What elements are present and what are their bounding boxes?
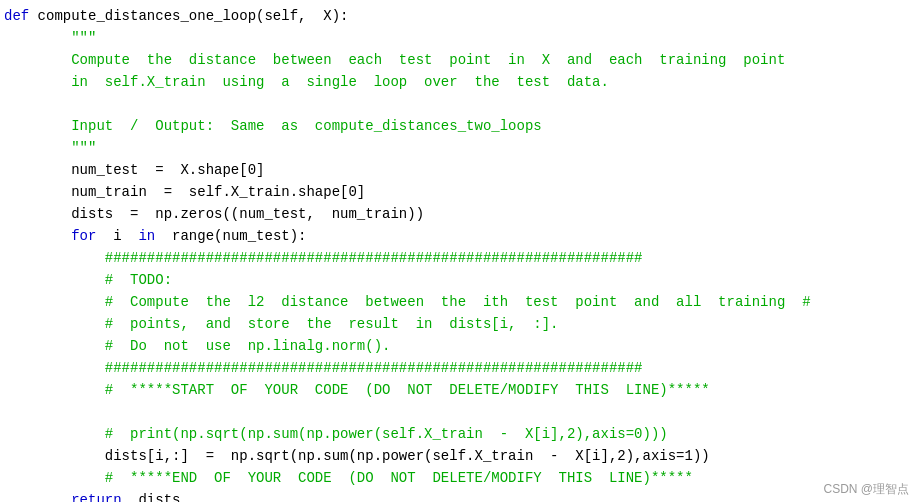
line-content: # *****END OF YOUR CODE (DO NOT DELETE/M… [4,470,913,486]
line-content: for i in range(num_test): [4,228,913,244]
line-content: # print(np.sqrt(np.sum(np.power(self.X_t… [4,426,913,442]
code-line: Input / Output: Same as compute_distance… [0,118,917,140]
code-line: # *****START OF YOUR CODE (DO NOT DELETE… [0,382,917,404]
code-line: dists[i,:] = np.sqrt(np.sum(np.power(sel… [0,448,917,470]
line-content: # *****START OF YOUR CODE (DO NOT DELETE… [4,382,913,398]
code-line: return dists [0,492,917,502]
code-editor: def compute_distances_one_loop(self, X):… [0,0,917,502]
code-line: num_test = X.shape[0] [0,162,917,184]
line-content: ########################################… [4,360,913,376]
line-content: def compute_distances_one_loop(self, X): [4,8,913,24]
code-line: num_train = self.X_train.shape[0] [0,184,917,206]
code-line: """ [0,30,917,52]
code-line: Compute the distance between each test p… [0,52,917,74]
line-content: """ [4,30,913,46]
code-line: # print(np.sqrt(np.sum(np.power(self.X_t… [0,426,917,448]
code-lines: def compute_distances_one_loop(self, X):… [0,8,917,502]
code-line: # points, and store the result in dists[… [0,316,917,338]
line-content: dists[i,:] = np.sqrt(np.sum(np.power(sel… [4,448,913,464]
line-content: # Do not use np.linalg.norm(). [4,338,913,354]
code-line [0,404,917,426]
footer-label: CSDN @理智点 [823,481,909,498]
code-line: ########################################… [0,250,917,272]
code-line: in self.X_train using a single loop over… [0,74,917,96]
line-content: # Compute the l2 distance between the it… [4,294,913,310]
line-content: # points, and store the result in dists[… [4,316,913,332]
line-content: in self.X_train using a single loop over… [4,74,913,90]
line-content: """ [4,140,913,156]
code-line: dists = np.zeros((num_test, num_train)) [0,206,917,228]
code-line: for i in range(num_test): [0,228,917,250]
code-line: # Do not use np.linalg.norm(). [0,338,917,360]
line-content: Input / Output: Same as compute_distance… [4,118,913,134]
code-line [0,96,917,118]
line-content: ########################################… [4,250,913,266]
code-line: """ [0,140,917,162]
line-content: # TODO: [4,272,913,288]
code-line: # Compute the l2 distance between the it… [0,294,917,316]
code-line: ########################################… [0,360,917,382]
line-content: num_train = self.X_train.shape[0] [4,184,913,200]
line-content: return dists [4,492,913,502]
line-content: num_test = X.shape[0] [4,162,913,178]
code-line: # TODO: [0,272,917,294]
code-line: def compute_distances_one_loop(self, X): [0,8,917,30]
line-content: Compute the distance between each test p… [4,52,913,68]
code-line: # *****END OF YOUR CODE (DO NOT DELETE/M… [0,470,917,492]
line-content: dists = np.zeros((num_test, num_train)) [4,206,913,222]
